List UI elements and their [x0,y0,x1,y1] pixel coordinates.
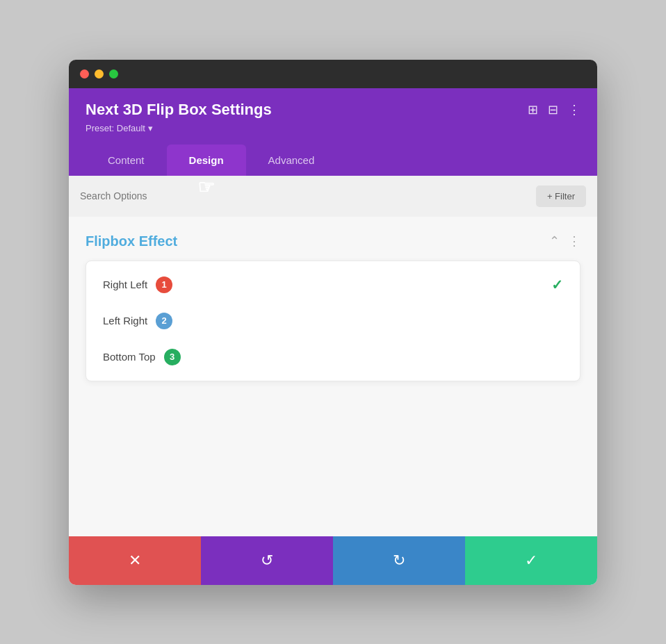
tabs: Content Design ☞ Advanced [86,145,580,176]
bottom-bar: ✕ ↺ ↻ ✓ [69,536,597,585]
frame-icon[interactable]: ⊞ [528,102,538,117]
save-button[interactable]: ✓ [465,536,597,585]
option-row-left-right[interactable]: Left Right 2 [86,303,580,339]
body: + Filter Flipbox Effect ⌃ ⋮ Right Left 1 [69,176,597,585]
cancel-button[interactable]: ✕ [69,536,201,585]
section-title: Flipbox Effect [86,233,177,249]
search-bar: + Filter [69,176,597,217]
option-row-right-left[interactable]: Right Left 1 ✓ [86,267,580,303]
traffic-light-green[interactable] [109,69,118,79]
section-menu-icon[interactable]: ⋮ [568,233,580,249]
sidebar-icon[interactable]: ⊟ [548,102,558,117]
header-top: Next 3D Flip Box Settings ⊞ ⊟ ⋮ [86,101,580,119]
option-left-right-left: Right Left 1 [103,276,172,293]
option-label-right-left: Right Left [103,279,147,290]
more-icon[interactable]: ⋮ [568,102,580,117]
traffic-light-red[interactable] [80,69,89,79]
badge-1: 1 [156,276,172,293]
preset-text[interactable]: Preset: Default ▾ [86,123,153,133]
option-left-left-right: Left Right 2 [103,313,172,329]
section-header: Flipbox Effect ⌃ ⋮ [86,233,580,249]
redo-button[interactable]: ↻ [333,536,465,585]
options-box: Right Left 1 ✓ Left Right 2 Bottom Top [86,261,580,381]
search-input[interactable] [80,188,529,204]
preset-label: Preset: Default ▾ [86,123,580,133]
header-icons: ⊞ ⊟ ⋮ [528,102,580,117]
option-label-left-right: Left Right [103,315,147,327]
spacer [69,509,597,536]
option-row-bottom-top[interactable]: Bottom Top 3 [86,339,580,375]
tab-content[interactable]: Content [86,145,167,176]
title-bar [69,60,597,88]
settings-window: Next 3D Flip Box Settings ⊞ ⊟ ⋮ Preset: … [69,60,597,585]
tab-advanced[interactable]: Advanced [246,145,337,176]
window-title: Next 3D Flip Box Settings [86,101,272,119]
header: Next 3D Flip Box Settings ⊞ ⊟ ⋮ Preset: … [69,88,597,176]
tab-design[interactable]: Design ☞ [167,145,246,176]
undo-button[interactable]: ↺ [201,536,333,585]
selected-check-right-left: ✓ [551,276,563,293]
collapse-icon[interactable]: ⌃ [549,233,560,249]
traffic-light-yellow[interactable] [95,69,104,79]
section-controls: ⌃ ⋮ [549,233,580,249]
content-area: Flipbox Effect ⌃ ⋮ Right Left 1 ✓ [69,217,597,509]
filter-button[interactable]: + Filter [536,185,586,207]
option-left-bottom-top: Bottom Top 3 [103,349,181,365]
option-label-bottom-top: Bottom Top [103,351,156,363]
badge-2: 2 [156,313,172,329]
badge-3: 3 [164,349,181,365]
